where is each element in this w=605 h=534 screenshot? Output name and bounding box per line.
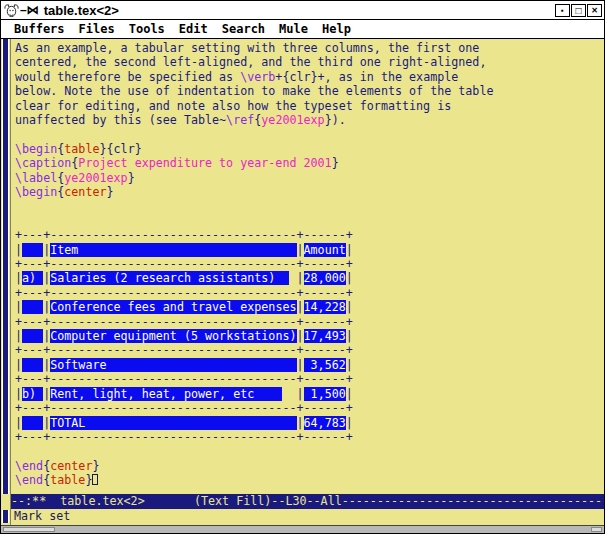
- table-row: | |Computer equipment (5 workstations)|1…: [15, 329, 604, 343]
- table-row: | |Software | 3,562|: [15, 358, 604, 372]
- minimize-button[interactable]: ▪: [555, 4, 570, 17]
- menu-edit[interactable]: Edit: [179, 22, 208, 36]
- table-row: | |Item |Amount|: [15, 243, 604, 257]
- menu-search[interactable]: Search: [222, 22, 265, 36]
- menu-help[interactable]: Help: [322, 22, 351, 36]
- gnu-icon: [4, 3, 19, 18]
- latex-begin-table: \begin{table}{clr}: [15, 142, 604, 156]
- title-decoration: –⋈: [20, 3, 39, 17]
- emacs-window: –⋈ table.tex<2> ▪ □ ✕ Buffers Files Tool…: [0, 0, 605, 534]
- table-row: | |Conference fees and travel expenses|1…: [15, 300, 604, 314]
- minibuffer[interactable]: Mark set: [11, 509, 604, 525]
- blank-line: [15, 214, 604, 228]
- table-row: |b) |Rent, light, heat, power, etc | 1,5…: [15, 387, 604, 401]
- menu-bar: Buffers Files Tools Edit Search Mule Hel…: [1, 20, 604, 39]
- buffer-text-area[interactable]: As an example, a tabular setting with th…: [11, 39, 604, 494]
- table-border: +---+-----------------------------------…: [15, 401, 604, 415]
- paragraph-line: As an example, a tabular setting with th…: [15, 41, 604, 55]
- table-border: +---+-----------------------------------…: [15, 257, 604, 271]
- scrollbar-gutter: [1, 39, 11, 525]
- window-title: table.tex<2>: [41, 3, 122, 18]
- menu-tools[interactable]: Tools: [129, 22, 165, 36]
- table-border: +---+-----------------------------------…: [15, 430, 604, 444]
- latex-caption: \caption{Project expenditure to year-end…: [15, 156, 604, 170]
- menu-mule[interactable]: Mule: [279, 22, 308, 36]
- table-row: | |TOTAL |64,783|: [15, 416, 604, 430]
- mode-line: --:** table.tex<2> (Text Fill)--L30--All…: [11, 494, 604, 509]
- minibuffer-scrollbar-thumb[interactable]: [2, 510, 9, 523]
- client-area: As an example, a tabular setting with th…: [1, 39, 604, 525]
- paragraph-line: unaffected by this (see Table~\ref{ye200…: [15, 113, 604, 127]
- table-border: +---+-----------------------------------…: [15, 286, 604, 300]
- latex-label: \label{ye2001exp}: [15, 171, 604, 185]
- latex-end-table: \end{table}: [15, 473, 604, 487]
- blank-line: [15, 127, 604, 141]
- vertical-scrollbar-thumb[interactable]: [2, 39, 9, 494]
- title-bar[interactable]: –⋈ table.tex<2> ▪ □ ✕: [1, 1, 604, 20]
- main-column: As an example, a tabular setting with th…: [11, 39, 604, 525]
- table-row: |a) |Salaries (2 research assistants) |2…: [15, 271, 604, 285]
- table-border: +---+-----------------------------------…: [15, 343, 604, 357]
- horizontal-scrollbar-thumb[interactable]: [3, 527, 55, 532]
- blank-line: [15, 444, 604, 458]
- latex-end-center: \end{center}: [15, 459, 604, 473]
- latex-begin-center: \begin{center}: [15, 185, 604, 199]
- maximize-button[interactable]: □: [571, 4, 586, 17]
- paragraph-line: would therefore be specified as \verb+{c…: [15, 70, 604, 84]
- horizontal-scrollbar[interactable]: [1, 525, 604, 533]
- text-cursor: [92, 474, 98, 485]
- paragraph-line: centered, the second left-aligned, and t…: [15, 55, 604, 69]
- table-border: +---+-----------------------------------…: [15, 228, 604, 242]
- table-border: +---+-----------------------------------…: [15, 372, 604, 386]
- table-border: +---+-----------------------------------…: [15, 315, 604, 329]
- paragraph-line: below. Note the use of indentation to ma…: [15, 84, 604, 98]
- blank-line: [15, 199, 604, 213]
- close-button[interactable]: ✕: [587, 4, 602, 17]
- resize-grip[interactable]: [591, 527, 602, 532]
- menu-files[interactable]: Files: [79, 22, 115, 36]
- paragraph-line: clear for editing, and note also how the…: [15, 99, 604, 113]
- menu-buffers[interactable]: Buffers: [14, 22, 65, 36]
